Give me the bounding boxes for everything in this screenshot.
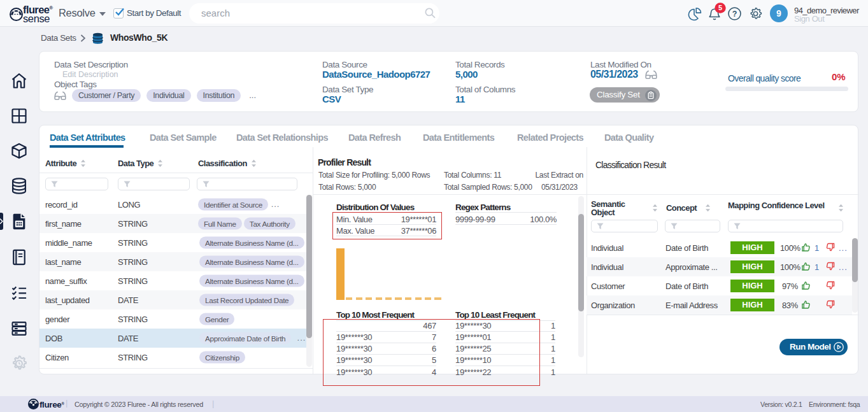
svg-text:5: 5 (718, 4, 722, 11)
svg-text:?: ? (732, 10, 737, 18)
